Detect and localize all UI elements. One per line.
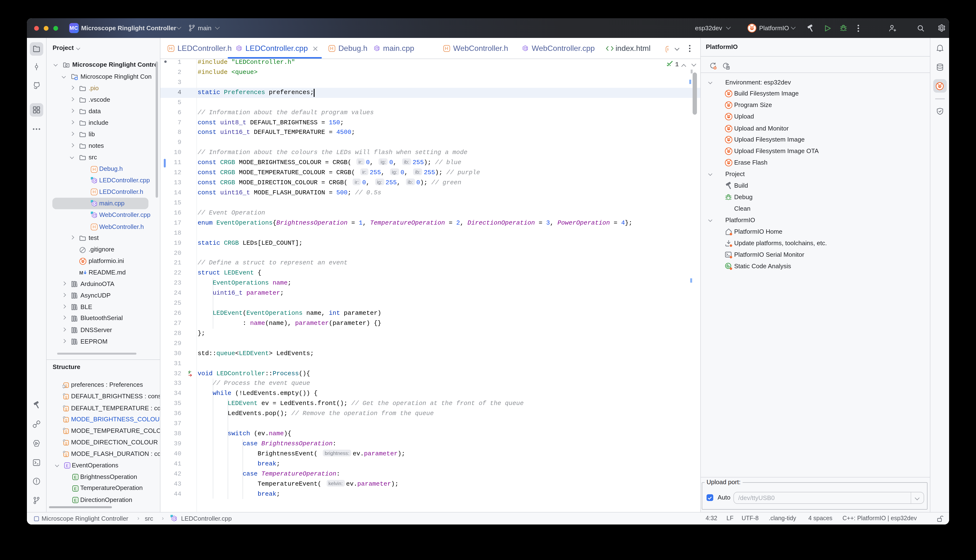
svg-text:g: g: [65, 395, 67, 399]
svg-text:M: M: [79, 270, 83, 275]
svg-text:E: E: [65, 463, 68, 468]
svg-text:C: C: [93, 213, 95, 217]
svg-text:C: C: [93, 202, 95, 206]
svg-text:E: E: [74, 498, 76, 503]
svg-text:C: C: [93, 178, 95, 182]
svg-text:g: g: [65, 418, 67, 422]
svg-text:g: g: [65, 452, 67, 456]
svg-text:E: E: [74, 486, 76, 491]
svg-text:g: g: [65, 441, 67, 445]
svg-text:g: g: [65, 429, 67, 433]
svg-text:g: g: [65, 407, 67, 410]
svg-text:E: E: [74, 475, 76, 480]
svg-text:C: C: [172, 516, 175, 520]
